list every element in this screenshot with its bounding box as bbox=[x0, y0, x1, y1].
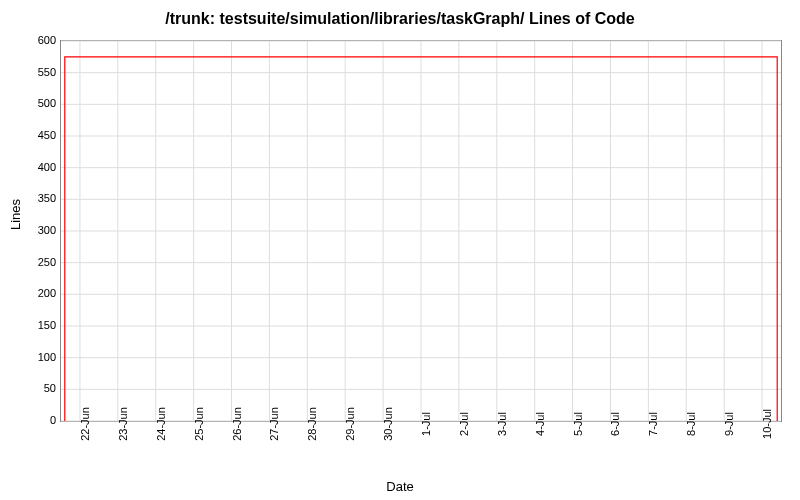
y-tick: 600 bbox=[16, 34, 56, 46]
x-tick: 27-Jun bbox=[268, 407, 280, 441]
y-tick: 500 bbox=[16, 97, 56, 109]
x-tick: 7-Jul bbox=[647, 412, 659, 436]
x-tick: 1-Jul bbox=[420, 412, 432, 436]
x-tick: 25-Jun bbox=[193, 407, 205, 441]
y-tick: 550 bbox=[16, 66, 56, 78]
y-axis-label: Lines bbox=[8, 199, 23, 230]
x-tick: 29-Jun bbox=[344, 407, 356, 441]
plot-area bbox=[60, 40, 782, 422]
y-tick: 50 bbox=[16, 382, 56, 394]
y-tick: 250 bbox=[16, 256, 56, 268]
chart-title: /trunk: testsuite/simulation/libraries/t… bbox=[0, 0, 800, 28]
x-tick: 5-Jul bbox=[572, 412, 584, 436]
grid-group bbox=[61, 41, 781, 421]
x-tick: 3-Jul bbox=[496, 412, 508, 436]
x-tick: 24-Jun bbox=[155, 407, 167, 441]
y-tick: 400 bbox=[16, 161, 56, 173]
x-tick: 6-Jul bbox=[609, 412, 621, 436]
y-tick: 0 bbox=[16, 414, 56, 426]
x-tick: 2-Jul bbox=[458, 412, 470, 436]
x-axis-label: Date bbox=[386, 479, 413, 494]
x-tick: 28-Jun bbox=[306, 407, 318, 441]
x-tick: 4-Jul bbox=[534, 412, 546, 436]
x-tick: 8-Jul bbox=[685, 412, 697, 436]
y-tick: 150 bbox=[16, 319, 56, 331]
chart-svg bbox=[61, 41, 781, 421]
x-tick: 26-Jun bbox=[231, 407, 243, 441]
x-tick: 23-Jun bbox=[117, 407, 129, 441]
x-tick: 10-Jul bbox=[761, 409, 773, 439]
x-tick: 9-Jul bbox=[723, 412, 735, 436]
y-tick: 450 bbox=[16, 129, 56, 141]
y-tick: 200 bbox=[16, 287, 56, 299]
x-tick: 22-Jun bbox=[79, 407, 91, 441]
chart-container: /trunk: testsuite/simulation/libraries/t… bbox=[0, 0, 800, 500]
x-tick: 30-Jun bbox=[382, 407, 394, 441]
y-tick: 100 bbox=[16, 351, 56, 363]
